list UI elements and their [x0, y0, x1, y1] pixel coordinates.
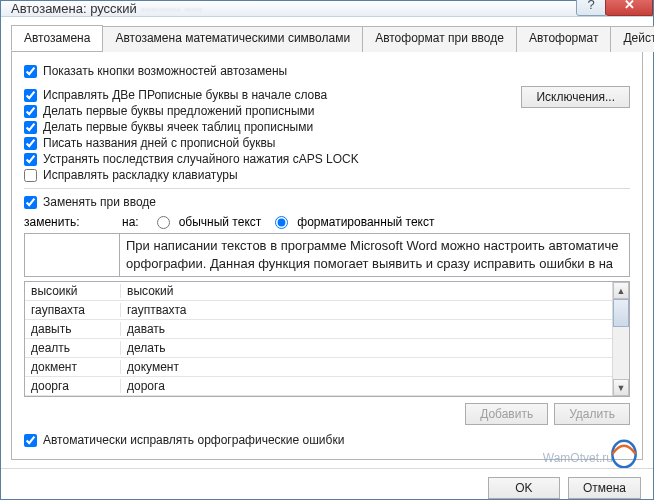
check-day-names[interactable]: [24, 137, 37, 150]
autocorrect-table: высоикйвысокий гаупвахтагауптвахта давыт…: [24, 281, 630, 397]
content-area: Автозамена Автозамена математическими си…: [1, 17, 653, 468]
separator: [24, 188, 630, 189]
dialog-window: Автозамена: русский··········· ····· ? ✕…: [0, 0, 654, 500]
delete-button[interactable]: Удалить: [554, 403, 630, 425]
replace-input[interactable]: [24, 233, 120, 277]
radio-plain-text-label: обычный текст: [179, 215, 262, 229]
with-label: на:: [122, 215, 139, 229]
radio-formatted-text[interactable]: [275, 216, 288, 229]
exceptions-button[interactable]: Исключения...: [521, 86, 630, 108]
add-button[interactable]: Добавить: [465, 403, 548, 425]
check-caps-lock-label: Устранять последствия случайного нажатия…: [43, 152, 359, 166]
cancel-button[interactable]: Отмена: [568, 477, 641, 499]
table-action-row: Добавить Удалить: [24, 403, 630, 425]
check-replace-on-type-label: Заменять при вводе: [43, 195, 156, 209]
check-replace-on-type[interactable]: [24, 196, 37, 209]
replace-preview: При написании текстов в программе Micros…: [120, 233, 630, 277]
radio-plain-text[interactable]: [157, 216, 170, 229]
check-caps-lock[interactable]: [24, 153, 37, 166]
replace-fields: При написании текстов в программе Micros…: [24, 233, 630, 277]
table-row[interactable]: деалтьделать: [25, 339, 612, 358]
table-row[interactable]: докментдокумент: [25, 358, 612, 377]
tab-autoformat-typing[interactable]: Автоформат при вводе: [362, 26, 517, 52]
table-row[interactable]: давытьдавать: [25, 320, 612, 339]
scroll-thumb[interactable]: [613, 299, 629, 327]
check-auto-spell-label: Автоматически исправлять орфографические…: [43, 433, 344, 447]
scroll-down-icon[interactable]: ▼: [613, 379, 629, 396]
check-cell-cap[interactable]: [24, 121, 37, 134]
table-row[interactable]: дооргадорога: [25, 377, 612, 396]
tab-math-autocorrect[interactable]: Автозамена математическими символами: [102, 26, 363, 52]
tab-autocorrect[interactable]: Автозамена: [11, 25, 103, 51]
check-sentence-cap-label: Делать первые буквы предложений прописны…: [43, 104, 315, 118]
check-auto-spell[interactable]: [24, 434, 37, 447]
check-two-caps-label: Исправлять ДВе ПРописные буквы в начале …: [43, 88, 327, 102]
tab-panel: Показать кнопки возможностей автозамены …: [11, 52, 643, 460]
scroll-track[interactable]: [613, 327, 629, 379]
tab-autoformat[interactable]: Автоформат: [516, 26, 612, 52]
check-show-buttons[interactable]: [24, 65, 37, 78]
check-show-buttons-row: Показать кнопки возможностей автозамены: [24, 64, 630, 78]
close-button[interactable]: ✕: [605, 0, 653, 16]
titlebar[interactable]: Автозамена: русский··········· ····· ? ✕: [1, 1, 653, 17]
window-title: Автозамена: русский··········· ·····: [11, 1, 577, 16]
scroll-up-icon[interactable]: ▲: [613, 282, 629, 299]
check-cell-cap-label: Делать первые буквы ячеек таблиц прописн…: [43, 120, 313, 134]
replace-header-row: заменить: на: обычный текст форматирован…: [24, 215, 630, 229]
help-button[interactable]: ?: [576, 0, 606, 16]
table-row[interactable]: гаупвахтагауптвахта: [25, 301, 612, 320]
table-body[interactable]: высоикйвысокий гаупвахтагауптвахта давыт…: [25, 282, 612, 396]
check-sentence-cap[interactable]: [24, 105, 37, 118]
tab-actions[interactable]: Действия: [610, 26, 654, 52]
check-day-names-label: Писать названия дней с прописной буквы: [43, 136, 275, 150]
table-row[interactable]: высоикйвысокий: [25, 282, 612, 301]
radio-formatted-text-label: форматированный текст: [297, 215, 434, 229]
tab-strip: Автозамена Автозамена математическими си…: [11, 25, 643, 52]
replace-label: заменить:: [24, 215, 112, 229]
check-two-caps[interactable]: [24, 89, 37, 102]
dialog-footer: OK Отмена: [1, 468, 653, 500]
caps-section: Исправлять ДВе ПРописные буквы в начале …: [24, 86, 630, 184]
table-scrollbar[interactable]: ▲ ▼: [612, 282, 629, 396]
ok-button[interactable]: OK: [488, 477, 560, 499]
check-keyboard-layout-label: Исправлять раскладку клавиатуры: [43, 168, 238, 182]
window-buttons: ? ✕: [577, 0, 653, 16]
check-keyboard-layout[interactable]: [24, 169, 37, 182]
check-show-buttons-label: Показать кнопки возможностей автозамены: [43, 64, 287, 78]
